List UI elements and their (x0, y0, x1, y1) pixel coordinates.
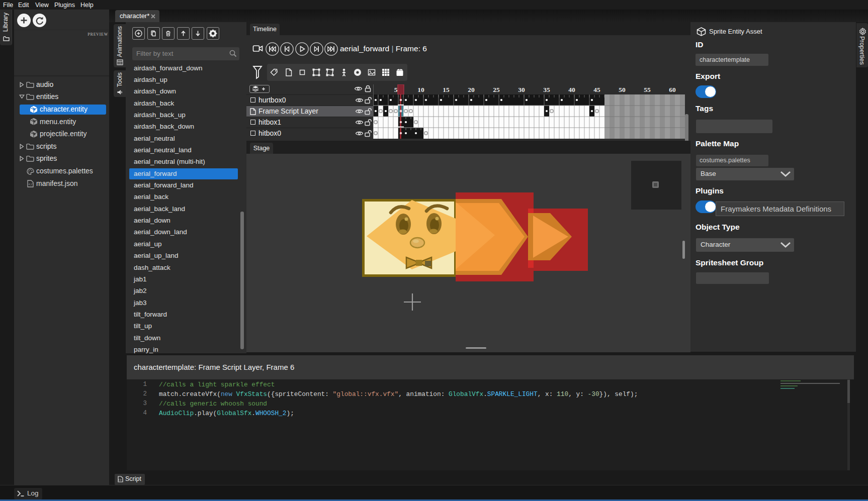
svg-text:60: 60 (669, 86, 676, 93)
svg-text:25: 25 (493, 86, 500, 93)
svg-text:40: 40 (568, 86, 575, 93)
svg-text:35: 35 (543, 86, 550, 93)
svg-text:55: 55 (644, 86, 651, 93)
svg-text:10: 10 (417, 86, 424, 93)
svg-text:20: 20 (468, 86, 475, 93)
svg-text:50: 50 (619, 86, 626, 93)
svg-text:</>: </> (29, 182, 34, 186)
svg-text:15: 15 (443, 86, 450, 93)
svg-text:30: 30 (518, 86, 525, 93)
svg-text:45: 45 (593, 86, 600, 93)
svg-text:5: 5 (394, 86, 398, 93)
